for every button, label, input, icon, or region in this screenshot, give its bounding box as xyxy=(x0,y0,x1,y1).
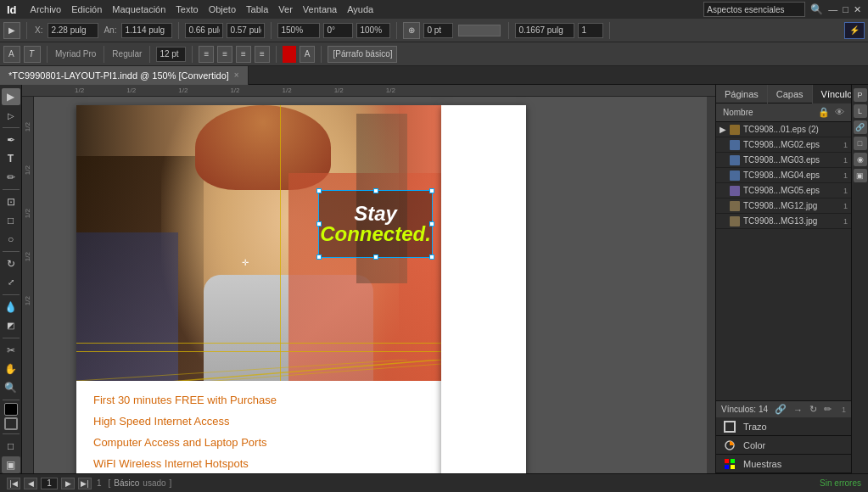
h-input[interactable] xyxy=(227,23,265,38)
color-swatch[interactable] xyxy=(283,46,296,63)
rect-frame-tool[interactable]: ⊡ xyxy=(2,193,20,210)
scroll-right[interactable] xyxy=(707,97,715,473)
ellipse-tool[interactable]: ○ xyxy=(2,231,20,248)
menu-ventana[interactable]: Ventana xyxy=(303,4,337,14)
menu-maquetacion[interactable]: Maquetación xyxy=(112,4,165,14)
menu-archivo[interactable]: Archivo xyxy=(31,4,62,14)
direct-selection-tool[interactable]: ▷ xyxy=(2,107,20,124)
percent-input[interactable] xyxy=(356,23,390,38)
muestras-section[interactable]: Muestras xyxy=(716,455,851,473)
zoom-input[interactable] xyxy=(277,23,320,38)
handle-tl[interactable] xyxy=(316,188,322,193)
normal-mode[interactable]: □ xyxy=(2,438,20,455)
fill-color[interactable] xyxy=(4,403,18,416)
lightning-btn[interactable]: ⚡ xyxy=(844,22,865,39)
scale-tool[interactable]: ⤢ xyxy=(2,274,20,291)
menu-edicion[interactable]: Edición xyxy=(71,4,102,14)
trazo-icon-btn[interactable]: □ xyxy=(854,137,867,150)
minimize-btn[interactable]: — xyxy=(828,4,837,14)
x-input[interactable] xyxy=(48,23,98,38)
menu-ayuda[interactable]: Ayuda xyxy=(347,4,373,14)
menu-tabla[interactable]: Tabla xyxy=(246,4,268,14)
document-tab[interactable]: *TC9990801-LAYOUT-PI1.indd @ 150% [Conve… xyxy=(0,66,249,85)
workspace-search[interactable] xyxy=(703,2,805,17)
styles-btn[interactable]: [Párrafo básico] xyxy=(328,46,397,63)
pen-tool[interactable]: ✒ xyxy=(2,131,20,148)
scissors-tool[interactable]: ✂ xyxy=(2,342,20,359)
rotate-tool[interactable]: ↻ xyxy=(2,255,20,272)
selection-tool[interactable]: ▶ xyxy=(2,88,20,105)
handle-br[interactable] xyxy=(429,254,434,260)
text-item-4: WiFI Wireless Internet Hotspots xyxy=(93,457,424,470)
close-btn[interactable]: ✕ xyxy=(854,4,861,15)
w-input[interactable] xyxy=(185,23,223,38)
tab-capas[interactable]: Capas xyxy=(768,85,813,103)
transform-btn[interactable]: ⊕ xyxy=(403,22,420,39)
link-row-1[interactable]: TC9908...MG02.eps 1 xyxy=(716,137,851,153)
link-row-0[interactable]: ▶ TC9908...01.eps (2) xyxy=(716,122,851,137)
tab-close-btn[interactable]: × xyxy=(234,70,239,80)
links-list[interactable]: ▶ TC9908...01.eps (2) TC9908...MG02.eps … xyxy=(716,122,851,400)
right-val2-input[interactable] xyxy=(578,23,603,38)
canvas-area[interactable]: 1/2 1/2 1/2 1/2 1/2 1/2 1/2 1/2 1/2 1/2 … xyxy=(22,85,715,473)
menu-texto[interactable]: Texto xyxy=(176,4,198,14)
relink-icon[interactable]: 🔗 xyxy=(775,404,787,415)
align-justify[interactable]: ≡ xyxy=(255,46,270,63)
stroke-input[interactable] xyxy=(423,23,453,38)
handle-tr[interactable] xyxy=(429,188,434,193)
tab-paginas[interactable]: Páginas xyxy=(716,85,768,103)
text-color-btn[interactable]: A xyxy=(300,46,316,63)
handle-tm[interactable] xyxy=(373,188,378,193)
stroke-selector[interactable] xyxy=(458,25,501,36)
goto-link-icon[interactable]: → xyxy=(793,405,803,415)
pages-icon-btn[interactable]: P xyxy=(854,88,867,102)
color-icon-btn[interactable]: ◉ xyxy=(854,153,867,166)
an-input[interactable] xyxy=(121,23,172,38)
stroke-color[interactable] xyxy=(4,417,18,430)
maximize-btn[interactable]: □ xyxy=(843,4,848,14)
handle-ml[interactable] xyxy=(316,221,322,226)
font-size-input[interactable] xyxy=(156,47,186,62)
last-page-btn[interactable]: ▶| xyxy=(78,478,92,489)
search-icon[interactable]: 🔍 xyxy=(810,3,823,15)
menu-objeto[interactable]: Objeto xyxy=(209,4,236,14)
link-row-2[interactable]: TC9908...MG03.eps 1 xyxy=(716,153,851,168)
hand-tool[interactable]: ✋ xyxy=(2,361,20,377)
trazo-section[interactable]: Trazo xyxy=(716,417,851,436)
layers-icon-btn[interactable]: L xyxy=(854,104,867,118)
next-page-btn[interactable]: ▶ xyxy=(61,478,75,489)
link-row-3[interactable]: TC9908...MG04.eps 1 xyxy=(716,168,851,183)
first-page-btn[interactable]: |◀ xyxy=(7,478,20,489)
link-row-5[interactable]: TC9908...MG12.jpg 1 xyxy=(716,198,851,214)
preview-mode[interactable]: ▣ xyxy=(2,456,20,473)
eyedropper-tool[interactable]: 💧 xyxy=(2,299,20,316)
prev-page-btn[interactable]: ◀ xyxy=(24,478,37,489)
color-section[interactable]: Color xyxy=(716,436,851,455)
handle-mr[interactable] xyxy=(429,221,434,226)
edit-original-icon[interactable]: ✏ xyxy=(824,404,832,415)
align-center[interactable]: ≡ xyxy=(217,46,232,63)
stay-connected-textbox[interactable]: Stay Connected. xyxy=(318,190,433,258)
rotation-input[interactable] xyxy=(323,23,353,38)
tool-a[interactable]: A xyxy=(3,46,20,63)
link-row-6[interactable]: TC9908...MG13.jpg 1 xyxy=(716,214,851,229)
update-link-icon[interactable]: ↻ xyxy=(809,404,817,415)
align-left[interactable]: ≡ xyxy=(199,46,214,63)
menu-ver[interactable]: Ver xyxy=(278,4,293,14)
handle-bm[interactable] xyxy=(373,254,378,260)
text-tool[interactable]: T xyxy=(2,150,20,167)
align-right[interactable]: ≡ xyxy=(236,46,251,63)
gradient-tool[interactable]: ◩ xyxy=(2,317,20,334)
select-tool-btn[interactable]: ▶ xyxy=(3,22,20,39)
right-val-input[interactable] xyxy=(515,23,574,38)
rect-tool[interactable]: □ xyxy=(2,212,20,229)
tool-t[interactable]: T xyxy=(24,46,41,63)
links-icon-btn[interactable]: 🔗 xyxy=(854,120,867,134)
page-number-input[interactable] xyxy=(41,478,58,489)
zoom-tool[interactable]: 🔍 xyxy=(2,379,20,396)
text-content-area: First 30 minutes FREE with Purchase High… xyxy=(76,381,441,473)
link-row-4[interactable]: TC9908...MG05.eps 1 xyxy=(716,183,851,198)
muestras-icon-btn[interactable]: ▣ xyxy=(854,169,867,182)
pencil-tool[interactable]: ✏ xyxy=(2,169,20,186)
handle-bl[interactable] xyxy=(316,254,322,260)
